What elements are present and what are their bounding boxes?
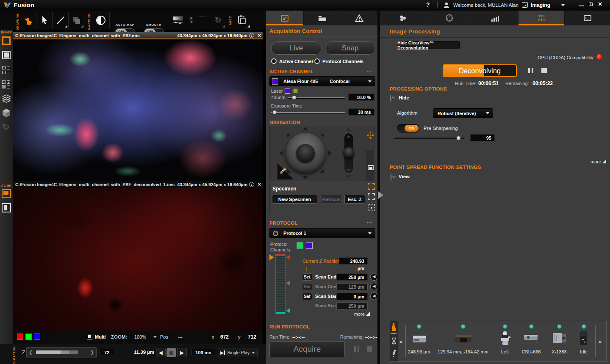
image2-info-icon[interactable]: i — [249, 182, 254, 187]
options-more-button[interactable]: more — [591, 159, 606, 164]
presharpen-slider-track[interactable] — [394, 138, 464, 139]
scan-end-marker-icon[interactable] — [286, 255, 290, 260]
z-stop-button[interactable] — [166, 348, 176, 357]
channel-green-swatch[interactable] — [25, 334, 32, 340]
z-step-forward-button[interactable]: ▶ — [177, 348, 187, 357]
dock-scroll-left-icon[interactable]: « — [399, 338, 402, 345]
esc-z-button[interactable]: Esc. Z — [344, 195, 365, 204]
protocol-purple-swatch[interactable] — [306, 242, 313, 249]
snap-button[interactable]: Snap — [325, 41, 375, 55]
z-slider-down-icon[interactable] — [346, 175, 351, 179]
align-vertical-icon[interactable] — [2, 203, 11, 212]
hand-tool-button[interactable] — [20, 12, 36, 28]
joystick-se-icon[interactable] — [320, 169, 324, 173]
active-channel-radio[interactable] — [271, 58, 277, 64]
panel-expander-icon[interactable] — [378, 191, 383, 199]
dock-control-tab-icon[interactable] — [391, 323, 396, 334]
tab-samples[interactable] — [380, 11, 426, 25]
z-scroll-left-icon[interactable]: ❮ — [29, 350, 33, 355]
channel-red-swatch[interactable] — [17, 334, 23, 340]
hide-clearview-button[interactable]: Hide ClearView™ Deconvolution — [397, 41, 460, 49]
image1-canvas[interactable] — [13, 39, 263, 181]
view-single-icon[interactable] — [2, 51, 11, 59]
zoom-value[interactable]: 100% — [134, 334, 146, 339]
set-scan-start-button[interactable]: Set — [302, 293, 312, 300]
joystick-sw-icon[interactable] — [287, 169, 291, 173]
frame-interval-value[interactable]: 100 ms — [191, 349, 215, 356]
image2-close-icon[interactable]: × — [258, 181, 261, 188]
joystick-ne-icon[interactable] — [320, 134, 324, 138]
tab-console[interactable]: >_ — [565, 11, 610, 25]
options-collapse-button[interactable] — [390, 94, 391, 102]
roi-center-icon[interactable] — [368, 204, 375, 211]
scan-centre-goto-button[interactable]: ◀ — [370, 283, 378, 290]
deconvolve-stop-button[interactable] — [541, 68, 547, 73]
xy-joystick[interactable] — [285, 133, 326, 174]
help-button[interactable]: ? — [426, 1, 430, 8]
channel-blue-swatch[interactable] — [34, 334, 40, 340]
z-slider-up-icon[interactable] — [346, 128, 351, 131]
scan-start-value[interactable]: 0 µm — [336, 293, 368, 300]
z-stack-ladder[interactable] — [275, 254, 286, 314]
laser-power-slider-thumb[interactable] — [292, 95, 297, 100]
protocol-channels-radio[interactable] — [314, 58, 320, 64]
tab-alerts[interactable] — [341, 11, 377, 25]
roi-full-icon[interactable] — [368, 193, 375, 200]
zoom-caret-icon[interactable] — [153, 336, 157, 338]
joystick-right-icon[interactable] — [328, 151, 332, 156]
presharpen-toggle[interactable]: ON — [397, 124, 419, 132]
device-item[interactable]: CSU-666 — [518, 323, 544, 360]
joystick-left-icon[interactable] — [279, 151, 283, 156]
device-item[interactable]: Idle — [573, 323, 594, 360]
refocus-button[interactable]: Refocus — [321, 195, 342, 204]
contrast-tool-button[interactable] — [92, 12, 110, 28]
laser-power-slider-track[interactable] — [288, 97, 345, 98]
minimize-button[interactable] — [579, 6, 584, 6]
device-item[interactable]: 129.94 mm, -194.42 mm — [434, 323, 492, 360]
joystick-nw-icon[interactable] — [287, 134, 291, 138]
workspace-caret-icon[interactable] — [561, 4, 565, 6]
scan-start-goto-button[interactable]: ◀ — [370, 292, 378, 300]
dock-scroll-right-icon[interactable]: » — [599, 338, 602, 345]
scan-end-goto-button[interactable]: ◀ — [370, 273, 378, 281]
select-tool-button[interactable] — [36, 12, 53, 28]
image2-canvas[interactable] — [13, 188, 263, 331]
tab-image-processing[interactable]: 110 010 — [518, 11, 564, 25]
tab-analysis[interactable] — [472, 11, 518, 25]
tab-files[interactable] — [304, 11, 341, 25]
z-scrollbar[interactable]: ❮ ❯ — [26, 347, 97, 358]
image1-info-icon[interactable]: i — [249, 33, 254, 38]
dock-edit-tab-icon[interactable] — [391, 349, 396, 359]
view-grid-icon[interactable] — [2, 66, 11, 74]
device-item[interactable]: X-1383 — [547, 323, 571, 360]
multi-checkbox[interactable] — [87, 334, 92, 339]
image1-title-bar[interactable]: C:\Fusion Images\C_Elegans_multi_channel… — [13, 32, 263, 39]
view-active-icon[interactable] — [2, 36, 11, 45]
exposure-value[interactable]: 30 ms — [348, 108, 374, 116]
laser-purple-swatch[interactable] — [285, 88, 290, 94]
clipboard-tool-button[interactable] — [233, 12, 251, 28]
current-z-marker-icon[interactable] — [269, 254, 274, 260]
deconvolve-progress-button[interactable]: Deconvolving — [443, 64, 517, 77]
protocol-pause-icon[interactable] — [354, 346, 359, 352]
aoi-rotate-button[interactable]: ↻ — [210, 12, 226, 28]
scan-centre-marker-icon[interactable] — [286, 281, 290, 286]
line-tool-button[interactable] — [53, 12, 69, 28]
workspace-selector[interactable]: Imaging — [531, 2, 550, 8]
align-horizontal-icon[interactable] — [2, 189, 11, 198]
z-frame-value[interactable]: 72 — [99, 349, 114, 356]
joystick-up-icon[interactable] — [303, 127, 308, 130]
joystick-knob[interactable] — [296, 144, 315, 163]
protocol-more-button[interactable]: more — [354, 312, 370, 317]
exposure-slider-track[interactable] — [271, 112, 345, 113]
view-rotate-icon[interactable]: ↻ — [2, 122, 10, 132]
z-scroll-thumb[interactable] — [36, 350, 78, 354]
device-item[interactable]: 248.93 µm — [406, 323, 432, 360]
joystick-down-icon[interactable] — [303, 176, 308, 179]
psf-expand-button[interactable] — [391, 173, 391, 181]
image1-close-icon[interactable]: × — [258, 32, 261, 39]
play-mode-button[interactable]: ▶ Single Play — [218, 348, 258, 357]
set-scan-end-button[interactable]: Set — [302, 273, 312, 281]
protocol-green-swatch[interactable] — [297, 242, 303, 249]
laser-green-swatch[interactable] — [293, 88, 298, 93]
